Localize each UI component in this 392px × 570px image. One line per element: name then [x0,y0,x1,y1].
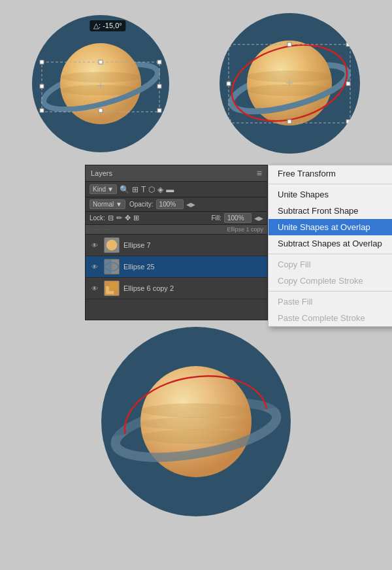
svg-rect-33 [287,120,291,124]
layer-name-ellipse25: Ellipse 25 [123,263,263,271]
svg-rect-27 [227,42,231,46]
svg-rect-14 [99,109,103,112]
text-icon[interactable]: T [141,185,146,194]
scroll-dots: ··········· [90,227,224,233]
layer-row-ellipse25[interactable]: 👁 Ellipse 25 [86,256,267,278]
context-menu-copy-stroke: Copy Complete Stroke [269,273,392,289]
planet-right-svg [220,13,360,154]
planet-circle-right [220,13,360,154]
svg-point-3 [60,72,141,82]
context-menu-paste-fill: Paste Fill [269,293,392,310]
opacity-value[interactable]: 100% [156,199,184,209]
svg-rect-34 [346,120,350,124]
svg-rect-8 [40,60,44,64]
planet-circle-large [101,327,291,516]
fill-arrow: ◀▶ [254,215,263,222]
separator-3 [269,291,392,292]
layer-row-ellipse7[interactable]: 👁 Ellipse 7 [86,235,267,256]
svg-rect-39 [105,260,112,274]
svg-point-37 [106,240,118,251]
svg-rect-30 [227,82,231,86]
context-menu-subtract-overlap[interactable]: Subtract Shapes at Overlap [269,235,392,252]
svg-point-47 [140,403,252,418]
shape-icon[interactable]: ⬡ [148,185,155,194]
separator-2 [269,254,392,254]
context-menu: Free Transform Unite Shapes Subtract Fro… [268,165,392,327]
blend-mode-value: Normal [93,201,114,208]
lock-fill-row: Lock: ⊟ ✏ ✥ ⊞ Fill: 100% ◀▶ [86,212,267,225]
layers-panel-title: Layers [91,169,112,177]
bottom-planet-section [0,320,392,523]
blend-opacity-row: Normal ▼ Opacity: 100% ◀▶ [86,197,267,212]
layer-thumb-ellipse25 [104,259,120,275]
svg-rect-12 [157,84,161,88]
context-menu-unite-overlap[interactable]: Unite Shapes at Overlap [269,219,392,235]
filter-icon[interactable]: 🔍 [120,185,129,194]
separator-1 [269,184,392,184]
layer-row-ellipse6copy2[interactable]: 👁 Ellipse 6 copy 2 [86,278,267,299]
context-menu-paste-stroke: Paste Complete Stroke [269,310,392,326]
opacity-arrow: ◀▶ [186,201,195,208]
svg-point-48 [140,417,252,430]
middle-section: Layers ≡ Kind ▼ 🔍 ⊞ T ⬡ ◈ ▬ Normal ▼ Opa… [0,163,392,320]
kind-dropdown-arrow: ▼ [107,186,114,193]
planet-large-svg [101,327,291,516]
svg-rect-29 [346,42,350,46]
layer-name-ellipse7: Ellipse 7 [123,241,263,249]
lock-artboard-icon[interactable]: ⊞ [133,214,139,222]
fill-label: Fill: [211,214,221,222]
svg-rect-31 [346,82,350,86]
svg-rect-9 [99,60,103,64]
layers-toolbar: Kind ▼ 🔍 ⊞ T ⬡ ◈ ▬ [86,182,267,197]
trash-icon[interactable]: ▬ [166,185,174,194]
context-menu-unite-shapes[interactable]: Unite Shapes [269,186,392,203]
svg-rect-13 [40,109,44,112]
angle-indicator: △: -15,0° [90,20,126,31]
visibility-icon-ellipse25[interactable]: 👁 [90,263,100,271]
ellipse-copy-label: Ellipse 1 copy [227,226,263,233]
svg-rect-41 [109,282,118,291]
layer-name-ellipse6copy2: Ellipse 6 copy 2 [123,284,263,292]
lock-move-icon[interactable]: ✥ [125,214,131,222]
layers-scroll-indicator: ··········· Ellipse 1 copy [86,225,267,235]
svg-rect-10 [157,60,161,64]
lock-label: Lock: [90,214,105,222]
context-menu-free-transform[interactable]: Free Transform [269,165,392,182]
svg-rect-28 [287,42,291,46]
lock-brush-icon[interactable]: ✏ [116,214,122,222]
svg-rect-32 [227,120,231,124]
svg-rect-15 [157,109,161,112]
fill-row: Fill: 100% ◀▶ [211,213,263,223]
smart-obj-icon[interactable]: ◈ [157,185,163,194]
layer-thumb-ellipse6copy2 [104,280,120,296]
layers-icon[interactable]: ⊞ [132,185,139,194]
top-planets-section: △: -15,0° [0,0,392,160]
blend-mode-dropdown[interactable]: Normal ▼ [90,199,125,209]
layers-panel: Layers ≡ Kind ▼ 🔍 ⊞ T ⬡ ◈ ▬ Normal ▼ Opa… [85,165,268,320]
kind-dropdown[interactable]: Kind ▼ [90,184,117,194]
context-menu-subtract-front[interactable]: Subtract Front Shape [269,203,392,219]
layer-thumb-ellipse7 [104,237,120,253]
lock-icons: ⊟ ✏ ✥ ⊞ [108,214,139,222]
opacity-row: Opacity: 100% ◀▶ [129,199,195,209]
planet-left-svg [32,15,169,152]
opacity-label: Opacity: [129,201,154,208]
fill-value[interactable]: 100% [224,213,252,223]
visibility-icon-ellipse7[interactable]: 👁 [90,241,100,249]
lock-checkered-icon[interactable]: ⊟ [108,214,114,222]
layers-title-bar: Layers ≡ [86,165,267,182]
context-menu-copy-fill: Copy Fill [269,256,392,273]
layers-menu-button[interactable]: ≡ [257,168,262,178]
visibility-icon-ellipse6copy2[interactable]: 👁 [90,284,100,292]
svg-rect-11 [40,84,44,88]
kind-label: Kind [93,186,106,193]
planet-circle-left: △: -15,0° [32,15,169,152]
